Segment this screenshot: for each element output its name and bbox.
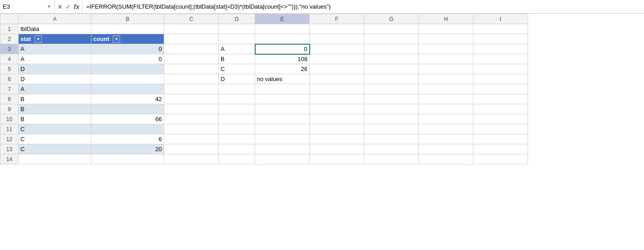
cell-H4[interactable] [419, 54, 473, 64]
row-header-13[interactable]: 13 [0, 144, 19, 154]
cell-D9[interactable] [219, 104, 255, 114]
cell-B12[interactable]: 6 [91, 134, 164, 144]
cell-H12[interactable] [419, 134, 473, 144]
row-header-11[interactable]: 11 [0, 124, 19, 134]
cell-G1[interactable] [364, 24, 419, 34]
row-header-10[interactable]: 10 [0, 114, 19, 124]
cell-ref-dropdown-icon[interactable]: ▼ [47, 4, 51, 9]
cell-D2[interactable] [219, 34, 255, 44]
cell-E1[interactable] [255, 24, 310, 34]
cell-F9[interactable] [310, 104, 364, 114]
cell-H9[interactable] [419, 104, 473, 114]
cell-C6[interactable] [164, 74, 219, 84]
cell-E8[interactable] [255, 94, 310, 104]
cell-C8[interactable] [164, 94, 219, 104]
row-header-6[interactable]: 6 [0, 74, 19, 84]
cell-D4[interactable]: B [219, 54, 255, 64]
row-header-7[interactable]: 7 [0, 84, 19, 94]
cell-I12[interactable] [473, 134, 528, 144]
cell-E12[interactable] [255, 134, 310, 144]
cell-E5[interactable]: 26 [255, 64, 310, 74]
cell-F14[interactable] [310, 154, 364, 164]
cell-C10[interactable] [164, 114, 219, 124]
cell-A5[interactable]: D [19, 64, 91, 74]
cell-I8[interactable] [473, 94, 528, 104]
cell-D11[interactable] [219, 124, 255, 134]
cell-A14[interactable] [19, 154, 91, 164]
row-header-12[interactable]: 12 [0, 134, 19, 144]
cell-B3[interactable]: 0 [91, 44, 164, 54]
cell-I4[interactable] [473, 54, 528, 64]
cell-F8[interactable] [310, 94, 364, 104]
cell-D13[interactable] [219, 144, 255, 154]
row-header-3[interactable]: 3 [0, 44, 19, 54]
cell-C14[interactable] [164, 154, 219, 164]
cell-C9[interactable] [164, 104, 219, 114]
cell-D1[interactable] [219, 24, 255, 34]
col-header-D[interactable]: D [219, 14, 255, 24]
cell-B2[interactable]: count▼ [91, 34, 164, 44]
row-header-9[interactable]: 9 [0, 104, 19, 114]
cell-E13[interactable] [255, 144, 310, 154]
cell-H8[interactable] [419, 94, 473, 104]
row-header-2[interactable]: 2 [0, 34, 19, 44]
cell-E14[interactable] [255, 154, 310, 164]
cell-F12[interactable] [310, 134, 364, 144]
cell-I6[interactable] [473, 74, 528, 84]
cell-G4[interactable] [364, 54, 419, 64]
cell-H7[interactable] [419, 84, 473, 94]
row-header-5[interactable]: 5 [0, 64, 19, 74]
cell-A13[interactable]: C [19, 144, 91, 154]
stat-filter-button[interactable]: ▼ [35, 36, 42, 43]
row-header-14[interactable]: 14 [0, 154, 19, 164]
cell-A4[interactable]: A [19, 54, 91, 64]
cell-H11[interactable] [419, 124, 473, 134]
cell-C12[interactable] [164, 134, 219, 144]
confirm-icon[interactable]: ✓ [65, 3, 71, 10]
cell-I13[interactable] [473, 144, 528, 154]
col-header-I[interactable]: I [473, 14, 528, 24]
cell-B1[interactable] [91, 24, 164, 34]
cell-G3[interactable] [364, 44, 419, 54]
cell-A8[interactable]: B [19, 94, 91, 104]
cell-I10[interactable] [473, 114, 528, 124]
cell-F1[interactable] [310, 24, 364, 34]
cell-B13[interactable]: 20 [91, 144, 164, 154]
cell-C3[interactable] [164, 44, 219, 54]
cell-A2[interactable]: stat▼ [19, 34, 91, 44]
cell-F5[interactable] [310, 64, 364, 74]
cell-C13[interactable] [164, 144, 219, 154]
cell-C11[interactable] [164, 124, 219, 134]
cell-I7[interactable] [473, 84, 528, 94]
cell-I2[interactable] [473, 34, 528, 44]
cell-F7[interactable] [310, 84, 364, 94]
cell-B10[interactable]: 66 [91, 114, 164, 124]
cell-E6[interactable]: no values [255, 74, 310, 84]
cell-B5[interactable] [91, 64, 164, 74]
cell-I1[interactable] [473, 24, 528, 34]
cell-B11[interactable] [91, 124, 164, 134]
cell-H6[interactable] [419, 74, 473, 84]
cell-G5[interactable] [364, 64, 419, 74]
cell-C4[interactable] [164, 54, 219, 64]
col-header-H[interactable]: H [419, 14, 473, 24]
cell-E3[interactable]: 0 [255, 44, 310, 54]
cell-D5[interactable]: C [219, 64, 255, 74]
col-header-G[interactable]: G [364, 14, 419, 24]
cell-C5[interactable] [164, 64, 219, 74]
cell-B7[interactable] [91, 84, 164, 94]
cell-A12[interactable]: C [19, 134, 91, 144]
col-header-B[interactable]: B [91, 14, 164, 24]
cell-D3[interactable]: A [219, 44, 255, 54]
cell-I11[interactable] [473, 124, 528, 134]
cell-G6[interactable] [364, 74, 419, 84]
cell-B6[interactable] [91, 74, 164, 84]
cell-A7[interactable]: A [19, 84, 91, 94]
cell-E9[interactable] [255, 104, 310, 114]
col-header-C[interactable]: C [164, 14, 219, 24]
cell-F11[interactable] [310, 124, 364, 134]
cell-C1[interactable] [164, 24, 219, 34]
cell-E2[interactable] [255, 34, 310, 44]
formula-input[interactable] [82, 3, 644, 10]
cell-B4[interactable]: 0 [91, 54, 164, 64]
